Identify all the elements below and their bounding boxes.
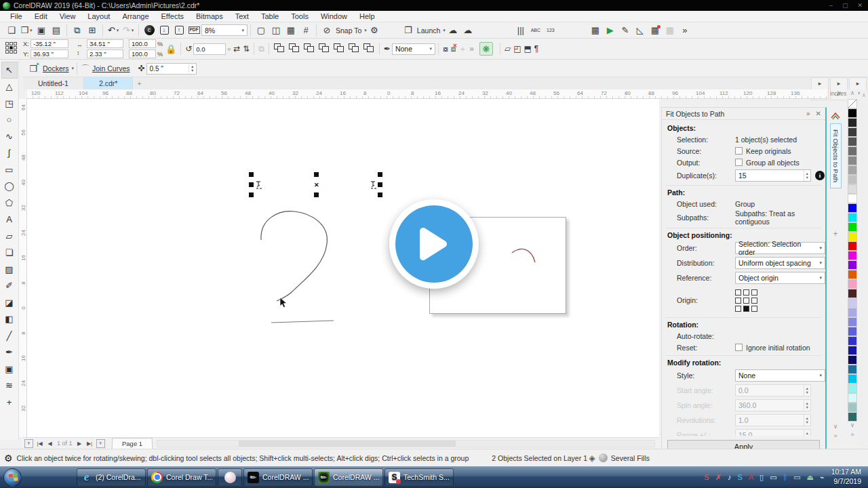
show-guidelines-button[interactable]: #: [299, 24, 313, 37]
menu-arrange[interactable]: Arrange: [116, 12, 155, 20]
add-page-before-button[interactable]: +: [24, 439, 33, 448]
spinner-revolutions[interactable]: 1.0▲▼: [735, 414, 811, 426]
page-tab[interactable]: Page 1: [111, 438, 153, 449]
export-button[interactable]: ↑: [172, 24, 186, 37]
add-page-after-button[interactable]: +: [96, 439, 105, 448]
color-swatch[interactable]: [848, 260, 857, 270]
taskbar-button-coreldraw[interactable]: CorelDRAW ...: [243, 468, 313, 486]
gap-tolerance-spinner[interactable]: 0.5 " ▲▼: [146, 63, 197, 75]
color-swatch[interactable]: [848, 403, 857, 412]
color-swatch[interactable]: [848, 270, 857, 279]
selection-handle[interactable]: [378, 182, 382, 187]
color-swatch[interactable]: [848, 384, 857, 393]
dropdown-order[interactable]: Selection: Selection order▾: [735, 242, 825, 254]
full-screen-preview-button[interactable]: ▢: [254, 24, 268, 37]
selection-handle-cluster[interactable]: ✕: [309, 172, 326, 199]
eraser-tool-button[interactable]: ◪: [1, 294, 18, 311]
color-swatch[interactable]: [848, 365, 857, 374]
mesh-fill-tool-button[interactable]: ≋: [1, 378, 18, 394]
get-more-button[interactable]: c: [142, 24, 156, 37]
color-swatch[interactable]: [848, 393, 857, 403]
line-tool-button[interactable]: ╱: [1, 327, 18, 344]
object-width-input[interactable]: 34.51 ": [87, 39, 123, 48]
add-docker-icon[interactable]: +: [833, 229, 837, 239]
spinner-startangle[interactable]: 0.0▲▼: [735, 384, 811, 396]
snap-off-button[interactable]: ⊘: [320, 24, 334, 37]
color-swatch[interactable]: [848, 298, 857, 308]
document-tab-untitled1[interactable]: Untitled-1: [23, 77, 84, 89]
object-height-input[interactable]: 2.33 ": [87, 49, 123, 58]
previous-page-button[interactable]: ◀: [45, 439, 55, 448]
color-swatch[interactable]: [848, 118, 857, 127]
palette-scroll-down-icon[interactable]: ∨: [850, 422, 855, 431]
color-swatch[interactable]: [848, 222, 857, 232]
add-node-icon[interactable]: ＋: [458, 43, 467, 55]
crop-tool-button[interactable]: ◳: [1, 95, 18, 112]
dockers-label[interactable]: Dockers: [43, 64, 69, 73]
zoom-tool-button[interactable]: ○: [1, 112, 18, 129]
pick-tool-button[interactable]: ↖: [1, 62, 18, 79]
add-tools-button[interactable]: +: [1, 394, 18, 411]
status-gear-icon[interactable]: ⚙: [4, 453, 13, 464]
open-button[interactable]: ❒▾: [20, 24, 33, 37]
smart-fill-tool-button[interactable]: ▣: [1, 361, 18, 378]
color-swatch[interactable]: [848, 241, 857, 251]
back-minus-front-icon[interactable]: [348, 43, 360, 54]
calendar-wizard-button[interactable]: ▦: [648, 24, 662, 37]
menu-help[interactable]: Help: [353, 12, 381, 20]
shape-tool-button[interactable]: △: [1, 79, 18, 96]
mirror-horizontal-icon[interactable]: ⇄: [233, 44, 240, 54]
palette-expand-icon[interactable]: »: [850, 431, 854, 441]
copy-transform-icon[interactable]: ⧉: [258, 44, 264, 54]
audio-disabled-icon[interactable]: ✗: [715, 474, 722, 481]
redo-button[interactable]: ↷▾: [121, 24, 135, 37]
menu-file[interactable]: File: [4, 12, 28, 20]
selection-handle-cluster[interactable]: [248, 172, 265, 199]
next-page-button[interactable]: ▶: [75, 439, 85, 448]
maximize-button[interactable]: ▢: [842, 2, 848, 9]
color-swatch[interactable]: [848, 156, 857, 165]
selection-handle[interactable]: [249, 172, 254, 177]
new-document-tab-button[interactable]: +: [133, 77, 145, 89]
cloud-download-button[interactable]: ☁: [461, 24, 475, 37]
dropdown-reference[interactable]: Object origin▾: [735, 272, 825, 284]
simplify-icon[interactable]: [318, 43, 330, 54]
selection-handle-cluster[interactable]: [370, 172, 387, 199]
color-swatch[interactable]: [848, 289, 857, 298]
color-swatch[interactable]: [848, 336, 857, 346]
barcode-button[interactable]: |||: [514, 24, 528, 37]
text-tool-button[interactable]: A: [1, 211, 18, 228]
taskbar-button-techsmith[interactable]: TechSmith S...: [384, 468, 454, 486]
macro-editor-button[interactable]: ✎: [618, 24, 632, 37]
join-curves-label[interactable]: Join Curves: [92, 64, 130, 73]
spinner-duplicates[interactable]: 15▲▼: [735, 169, 811, 182]
outline-width-select[interactable]: None▾: [392, 43, 435, 55]
skype-icon[interactable]: S: [737, 474, 742, 481]
copy-properties-button[interactable]: ⧉: [71, 24, 84, 37]
selection-handle[interactable]: [249, 192, 254, 197]
strip-scroll-down-icon[interactable]: ∨: [833, 423, 838, 430]
color-swatch[interactable]: [848, 346, 857, 355]
close-button[interactable]: ✕: [857, 2, 863, 9]
insert-table-button[interactable]: ▦: [589, 24, 602, 37]
color-swatch[interactable]: [848, 213, 857, 222]
drop-shadow-tool-button[interactable]: ❏: [1, 245, 18, 262]
print-button[interactable]: ▤: [50, 24, 63, 37]
freehand-tool-button[interactable]: ∿: [1, 128, 18, 145]
spell-check-button[interactable]: ABC: [529, 24, 542, 37]
launch-button[interactable]: ❐: [401, 24, 415, 37]
no-color-swatch[interactable]: [848, 99, 857, 108]
display2-icon[interactable]: ▭: [793, 474, 800, 481]
docker-flyout-icon[interactable]: »: [806, 110, 810, 117]
launch-label[interactable]: Launch: [417, 26, 440, 35]
chevron-down-icon[interactable]: ▾: [364, 28, 367, 33]
qr-code-button[interactable]: 123: [544, 24, 557, 37]
safely-remove-icon[interactable]: ⏏: [807, 474, 814, 481]
spinner-arrows[interactable]: ▲▼: [804, 430, 810, 436]
close-path-icon[interactable]: ⧈✕: [451, 44, 456, 54]
color-swatch[interactable]: [848, 355, 857, 365]
color-swatch[interactable]: [848, 137, 857, 146]
perspective-icon[interactable]: ◰: [513, 44, 521, 54]
adobe-reader-icon[interactable]: A: [749, 474, 753, 481]
document-tray-icon[interactable]: ▯: [760, 474, 764, 481]
